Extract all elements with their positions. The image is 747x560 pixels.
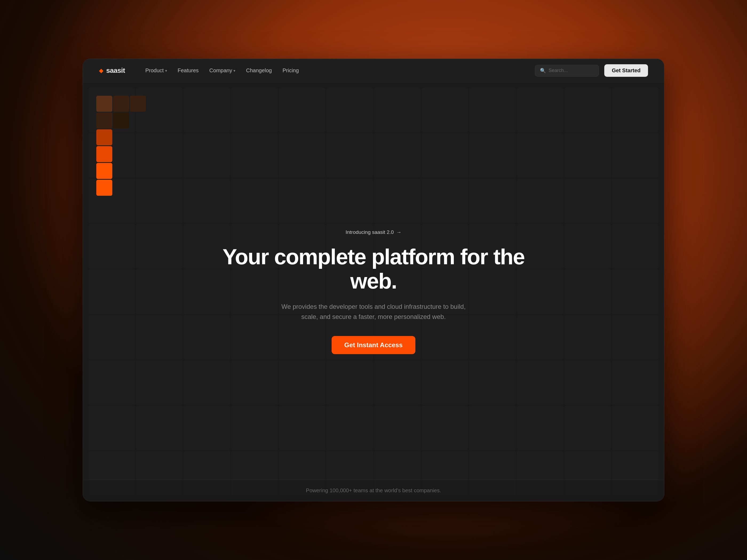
nav-item-product[interactable]: Product ▾ (141, 65, 171, 76)
logo-text: saasit (106, 66, 125, 75)
nav-item-company[interactable]: Company ▾ (205, 65, 240, 76)
nav-item-features[interactable]: Features (174, 65, 203, 76)
footer-bar: Powering 100,000+ teams at the world's b… (83, 480, 664, 501)
nav-right: 🔍 Search... Get Started (535, 64, 648, 77)
search-icon: 🔍 (540, 68, 546, 74)
nav-item-changelog[interactable]: Changelog (242, 65, 276, 76)
browser-window: ◆ saasit Product ▾ Features Company ▾ Ch… (83, 59, 664, 501)
intro-badge-text: Introducing saasit 2.0 (345, 229, 394, 235)
logo[interactable]: ◆ saasit (99, 66, 125, 75)
get-started-button[interactable]: Get Started (604, 64, 648, 77)
main-content: Introducing saasit 2.0 → Your complete p… (83, 82, 664, 501)
logo-icon: ◆ (99, 67, 104, 74)
arrow-icon: → (396, 229, 402, 235)
hero-title: Your complete platform for the web. (213, 245, 534, 293)
nav-item-pricing[interactable]: Pricing (278, 65, 303, 76)
search-bar[interactable]: 🔍 Search... (535, 65, 599, 77)
search-placeholder: Search... (548, 68, 568, 73)
intro-badge[interactable]: Introducing saasit 2.0 → (345, 229, 402, 235)
chevron-down-icon: ▾ (165, 69, 167, 73)
cta-button[interactable]: Get Instant Access (332, 336, 416, 354)
footer-text: Powering 100,000+ teams at the world's b… (306, 487, 441, 494)
nav-links: Product ▾ Features Company ▾ Changelog P… (141, 65, 535, 76)
navbar: ◆ saasit Product ▾ Features Company ▾ Ch… (83, 59, 664, 82)
hero-section: Introducing saasit 2.0 → Your complete p… (83, 82, 664, 501)
chevron-down-icon-2: ▾ (233, 69, 235, 73)
hero-subtitle: We provides the developer tools and clou… (280, 301, 467, 322)
